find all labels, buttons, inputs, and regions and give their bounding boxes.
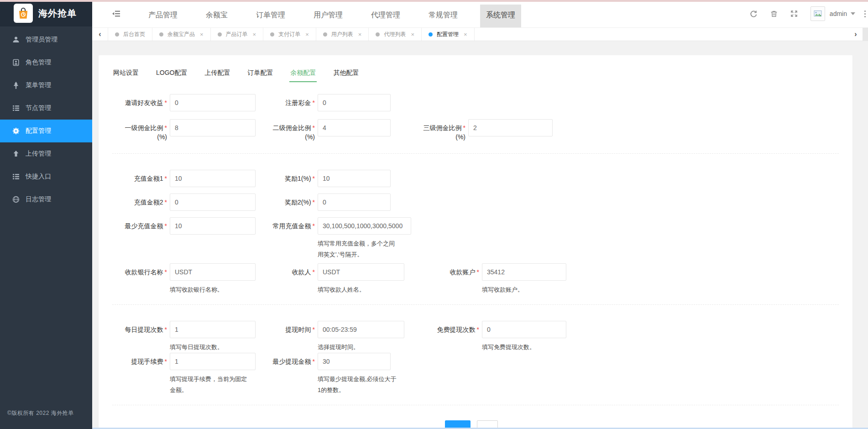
invite-earnings-input[interactable]: [170, 94, 256, 111]
tab-logo-config[interactable]: LOGO配置: [155, 66, 188, 82]
field-label: 三级佣金比例*(%): [391, 119, 468, 140]
close-icon[interactable]: ×: [305, 31, 309, 38]
field-label: 每日提现次数*: [112, 321, 170, 338]
field-label: 常用充值金额*: [256, 217, 318, 235]
tab-website-settings[interactable]: 网站设置: [112, 66, 140, 82]
form-row: 充值金额2* 奖励2(%)*: [112, 194, 839, 211]
sidebar-item-menu-mgmt[interactable]: 菜单管理: [0, 74, 92, 97]
recharge-amount2-input[interactable]: [170, 194, 256, 211]
payee-name-input[interactable]: [318, 263, 404, 281]
list-icon: [12, 105, 20, 112]
min-recharge-input[interactable]: [170, 217, 256, 235]
user-icon: [12, 36, 20, 43]
open-tabs-bar: ‹ 后台首页 余额宝产品 × 产品订单 × 支付订单 × 用户列表 × 代理列表: [92, 27, 868, 41]
level1-commission-input[interactable]: [170, 119, 256, 136]
field-label: 奖励2(%)*: [256, 194, 318, 211]
nav-order-mgmt[interactable]: 订单管理: [250, 5, 291, 27]
user-dropdown[interactable]: admin: [830, 10, 855, 17]
shopping-bag-logo-icon: [14, 4, 33, 23]
avatar[interactable]: [810, 6, 825, 21]
required-asterisk: *: [165, 268, 167, 276]
collapse-menu-icon[interactable]: [112, 10, 120, 17]
close-icon[interactable]: ×: [200, 31, 204, 38]
header-actions: admin: [744, 0, 868, 27]
tab-agent-list[interactable]: 代理列表 ×: [369, 28, 422, 41]
nav-user-mgmt[interactable]: 用户管理: [308, 5, 349, 27]
trash-icon[interactable]: [764, 0, 784, 27]
field-help: 填写每日提现次数。: [170, 342, 252, 353]
daily-withdraw-count-input[interactable]: [170, 321, 256, 338]
close-icon[interactable]: ×: [253, 31, 256, 38]
payee-account-input[interactable]: [482, 263, 566, 281]
min-withdraw-input[interactable]: [318, 353, 391, 370]
broken-image-icon: [814, 10, 822, 18]
nav-system-mgmt[interactable]: 系统管理: [480, 5, 521, 27]
withdraw-fee-input[interactable]: [170, 353, 256, 370]
nav-general-mgmt[interactable]: 常规管理: [423, 5, 464, 27]
tab-product-order[interactable]: 产品订单 ×: [211, 28, 264, 41]
tab-user-list[interactable]: 用户列表 ×: [316, 28, 369, 41]
chevron-down-icon: [851, 12, 855, 15]
tab-dot-icon: [323, 32, 327, 37]
form-row: 提现手续费* 填写提现手续费，当前为固定金额。 最少提现金额* 填写最少提现金额…: [112, 353, 839, 396]
tab-home[interactable]: 后台首页: [108, 28, 152, 41]
field-label: 最少提现金额*: [256, 353, 318, 370]
sidebar-item-admin-mgmt[interactable]: 管理员管理: [0, 28, 92, 51]
free-withdraw-count-input[interactable]: [482, 321, 566, 338]
nav-agent-mgmt[interactable]: 代理管理: [365, 5, 406, 27]
sidebar-item-quick-entry[interactable]: 快捷入口: [0, 165, 92, 188]
withdraw-time-input[interactable]: [318, 321, 404, 338]
globe-icon: [12, 196, 20, 203]
sidebar-menu: 管理员管理 角色管理 菜单管理 节点管理 配置管理: [0, 26, 92, 211]
close-icon[interactable]: ×: [358, 31, 362, 38]
reward1-input[interactable]: [318, 170, 391, 187]
field-label: 奖励1(%)*: [256, 170, 318, 187]
field-label: 提现时间*: [256, 321, 318, 338]
fullscreen-icon[interactable]: [784, 0, 804, 27]
required-asterisk: *: [313, 326, 315, 333]
field-label: 充值金额1*: [112, 170, 170, 187]
common-recharge-input[interactable]: [318, 217, 411, 235]
reward2-input[interactable]: [318, 194, 391, 211]
sidebar-item-log-mgmt[interactable]: 日志管理: [0, 188, 92, 211]
close-icon[interactable]: ×: [411, 31, 414, 38]
sidebar-item-node-mgmt[interactable]: 节点管理: [0, 97, 92, 120]
required-asterisk: *: [165, 222, 167, 230]
logo[interactable]: 海外抢单: [0, 0, 92, 26]
level2-commission-input[interactable]: [318, 119, 391, 136]
tab-order-config[interactable]: 订单配置: [246, 66, 274, 82]
register-bonus-input[interactable]: [318, 94, 391, 111]
sidebar-item-role-mgmt[interactable]: 角色管理: [0, 51, 92, 74]
field-help: 填写收款账户。: [482, 284, 566, 295]
tabs-scroll-left-icon[interactable]: ‹: [92, 28, 108, 41]
tab-upload-config[interactable]: 上传配置: [204, 66, 231, 82]
refresh-icon[interactable]: [744, 0, 764, 27]
close-icon[interactable]: ×: [464, 31, 467, 38]
recharge-amount1-input[interactable]: [170, 170, 256, 187]
username: admin: [830, 10, 847, 17]
tabs-scroll-right-icon[interactable]: ›: [849, 28, 863, 41]
sidebar-item-upload-mgmt[interactable]: 上传管理: [0, 142, 92, 165]
nav-yuebao[interactable]: 余额宝: [200, 5, 234, 27]
section-divider: [112, 153, 839, 154]
tab-dot-icon: [218, 32, 222, 37]
bank-name-input[interactable]: [170, 263, 256, 281]
tab-yuebao-product[interactable]: 余额宝产品 ×: [152, 28, 211, 41]
window-top-edge: [0, 0, 868, 2]
more-menu-icon[interactable]: [862, 0, 868, 27]
required-asterisk: *: [477, 268, 479, 276]
tab-pay-order[interactable]: 支付订单 ×: [263, 28, 316, 41]
tab-config-mgmt[interactable]: 配置管理 ×: [422, 28, 475, 41]
tab-other-config[interactable]: 其他配置: [332, 66, 360, 82]
copyright-footer: ©版权所有 2022 海外抢单: [7, 409, 74, 417]
required-asterisk: *: [165, 99, 167, 106]
field-label: 邀请好友收益*: [112, 94, 170, 111]
tabs-menu-button[interactable]: [863, 28, 868, 41]
level3-commission-input[interactable]: [468, 119, 553, 136]
field-label: 收款人*: [256, 263, 318, 281]
tab-balance-config[interactable]: 余额配置: [289, 66, 317, 82]
form-row: 充值金额1* 奖励1(%)*: [112, 170, 839, 187]
role-card-icon: [12, 59, 20, 66]
sidebar-item-config-mgmt[interactable]: 配置管理: [0, 120, 92, 142]
nav-product-mgmt[interactable]: 产品管理: [142, 5, 183, 27]
